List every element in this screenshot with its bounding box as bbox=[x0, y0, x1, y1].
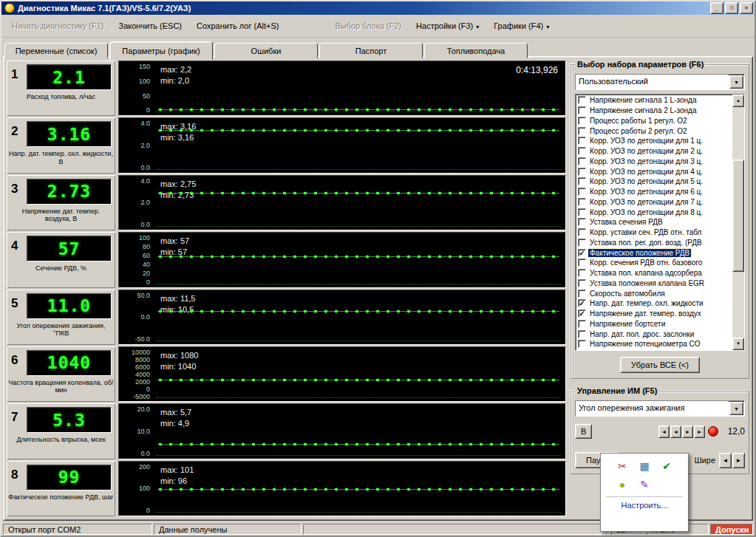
parameter-list-item[interactable]: Корр. УОЗ по детонации для 3 ц. bbox=[576, 157, 732, 167]
menu-start-diagnostics[interactable]: Начать диагностику (F1) bbox=[4, 19, 111, 33]
checkbox[interactable] bbox=[578, 259, 586, 267]
checkbox[interactable] bbox=[578, 340, 586, 348]
checkbox[interactable] bbox=[578, 290, 586, 298]
combo-dropdown-button[interactable]: ▼ bbox=[729, 75, 743, 89]
close-button[interactable]: ✕ bbox=[740, 2, 753, 14]
tab-fuel-supply[interactable]: Топливоподача bbox=[424, 43, 528, 58]
checkbox[interactable] bbox=[578, 137, 586, 145]
cut-icon[interactable]: ✂ bbox=[618, 460, 627, 472]
checkbox[interactable]: ✓ bbox=[578, 249, 586, 257]
window-title: Диагностика Микас 7.1(ГАЗ)/VS-5.6/7.2(УА… bbox=[18, 4, 709, 13]
decrement-button[interactable]: ◄ bbox=[670, 425, 681, 438]
actuator-combobox[interactable]: Угол опережения зажигания ▼ bbox=[575, 400, 745, 417]
parameter-list-item[interactable]: Корр. УОЗ по детонации для 6 ц. bbox=[576, 187, 732, 197]
decrement-fast-button[interactable]: ◄ bbox=[658, 425, 670, 438]
menu-graphs[interactable]: Графики (F4)▾ bbox=[486, 19, 556, 33]
chevron-down-icon: ▾ bbox=[476, 24, 479, 30]
checkbox[interactable] bbox=[578, 106, 586, 114]
checkbox[interactable] bbox=[578, 127, 586, 135]
scrollbar-thumb[interactable] bbox=[732, 160, 744, 272]
pen-icon[interactable]: ✎ bbox=[640, 479, 649, 490]
parameter-list-item[interactable]: Напряжение сигнала 1 L-зонда bbox=[576, 95, 732, 106]
parameter-list-item[interactable]: ✓ Фактическое положение РДВ bbox=[576, 247, 732, 258]
axis-tick: 0 bbox=[146, 106, 150, 114]
checkbox[interactable] bbox=[578, 117, 586, 125]
checkbox[interactable] bbox=[578, 168, 586, 176]
remove-all-button[interactable]: Убрать ВСЕ (<) bbox=[620, 357, 700, 373]
parameter-list-item[interactable]: Напряжение потенциометра CO bbox=[576, 339, 732, 349]
parameter-list-item[interactable]: Уставка пол. рег. доп. возд. (РДВ bbox=[576, 238, 732, 248]
checkbox[interactable] bbox=[578, 279, 586, 287]
scroll-up-button[interactable]: ▲ bbox=[732, 95, 744, 107]
graph-panel[interactable]: 150100500 max: 2,2 min: 2,0 0:4:13,926 bbox=[118, 61, 566, 116]
checkbox[interactable] bbox=[578, 157, 586, 165]
parameter-list-item[interactable]: ✓ Напр. дат. темпер. охл. жидкости bbox=[576, 298, 732, 309]
tab-variables-list[interactable]: Переменные (список) bbox=[4, 43, 108, 58]
parameter-list-item[interactable]: Корр. УОЗ по детонации для 2 ц. bbox=[576, 146, 732, 157]
parameter-list-item[interactable]: ✓ Напряжение дат. темпер. воздух bbox=[576, 309, 732, 319]
graph-panel[interactable]: 50.00.0-50.0 max: 11,5 min: 10,5 bbox=[118, 290, 566, 345]
minimize-button[interactable]: _ bbox=[710, 2, 723, 14]
parameter-list-item[interactable]: Уставка положения клапана EGR bbox=[576, 278, 732, 289]
parameter-list-item[interactable]: Напряжение бортсети bbox=[576, 319, 732, 329]
checkbox[interactable] bbox=[578, 228, 586, 236]
scroll-down-button[interactable]: ▼ bbox=[732, 338, 744, 350]
parameter-list-item[interactable]: Процесс работы 2 регул. O2 bbox=[576, 126, 732, 136]
parameter-list-item[interactable]: Скорость автомобиля bbox=[576, 288, 732, 298]
parameter-list-item[interactable]: Напряжение сигнала 2 L-зонда bbox=[576, 106, 732, 116]
checkbox[interactable] bbox=[578, 330, 586, 338]
checkbox[interactable] bbox=[578, 177, 586, 185]
menu-save-log[interactable]: Сохранить лог (Alt+S) bbox=[189, 19, 286, 33]
table-icon[interactable]: ▦ bbox=[639, 460, 649, 472]
maximize-button[interactable]: ❐ bbox=[725, 2, 738, 14]
record-icon[interactable] bbox=[708, 426, 718, 437]
check-save-icon[interactable]: ✔ bbox=[662, 460, 671, 472]
checkbox[interactable] bbox=[578, 147, 586, 155]
checkbox[interactable] bbox=[578, 218, 586, 226]
preset-combobox[interactable]: Пользовательский ▼ bbox=[575, 74, 745, 90]
checkbox[interactable]: ✓ bbox=[578, 309, 586, 318]
checkbox[interactable] bbox=[578, 198, 586, 206]
checkbox[interactable] bbox=[578, 269, 586, 277]
menu-settings[interactable]: Настройки (F3)▾ bbox=[409, 19, 486, 33]
graph-panel[interactable]: 100806040200 max: 57 min: 57 bbox=[118, 232, 566, 287]
parameter-list-item[interactable]: Корр. сечения РДВ отн. базового bbox=[576, 258, 732, 268]
checkbox[interactable] bbox=[578, 320, 586, 328]
checkbox[interactable] bbox=[578, 239, 586, 247]
narrower-button[interactable]: ◄ bbox=[719, 453, 732, 468]
configure-menu-item[interactable]: Настроить... bbox=[604, 499, 685, 511]
tab-errors[interactable]: Ошибки bbox=[214, 43, 318, 58]
parameter-list-item[interactable]: Корр. УОЗ по детонации для 1 ц. bbox=[576, 136, 732, 146]
graph-panel[interactable]: 4.02.00.0 max: 2,75 min: 2,73 bbox=[118, 175, 566, 230]
graph-panel[interactable]: 20.010.00.0 max: 5,7 min: 4,9 bbox=[118, 403, 566, 459]
parameter-list-item[interactable]: Корр. УОЗ по детонации для 7 ц. bbox=[576, 197, 732, 208]
increment-fast-button[interactable]: ► bbox=[694, 425, 705, 438]
checkbox[interactable] bbox=[578, 188, 586, 196]
scrollbar[interactable]: ▲ ▼ bbox=[732, 95, 744, 350]
combo-dropdown-button[interactable]: ▼ bbox=[729, 402, 743, 415]
tab-parameters-graph[interactable]: Параметры (график) bbox=[109, 41, 213, 60]
increment-button[interactable]: ► bbox=[682, 425, 693, 438]
checkbox[interactable] bbox=[578, 208, 586, 216]
checkbox[interactable]: ✓ bbox=[578, 299, 586, 307]
parameter-list-item[interactable]: Напр. дат. пол. дрос. заслонки bbox=[576, 329, 732, 339]
parameter-list-item[interactable]: Уставка пол. клапана адсорбера bbox=[576, 268, 732, 278]
axis-baseline bbox=[156, 226, 561, 227]
tab-passport[interactable]: Паспорт bbox=[319, 43, 423, 58]
menu-finish[interactable]: Закончить (ESC) bbox=[111, 19, 189, 33]
parameter-list-item[interactable]: Уставка сечения РДВ bbox=[576, 217, 732, 228]
parameter-list-item[interactable]: Корр. уставки сеч. РДВ отн. табл bbox=[576, 228, 732, 238]
wider-button[interactable]: ► bbox=[732, 453, 745, 468]
graph-panel[interactable]: 2001000 max: 101 min: 96 bbox=[118, 461, 566, 516]
parameter-list-item[interactable]: Корр. УОЗ по детонации для 4 ц. bbox=[576, 166, 732, 177]
enable-button[interactable]: В bbox=[575, 424, 592, 439]
graph-panel[interactable]: 1000080006000400020000-5000 max: 1080 mi… bbox=[118, 346, 566, 402]
checkbox[interactable] bbox=[578, 96, 586, 104]
menu-select-block[interactable]: Выбор блока (F2) bbox=[327, 19, 409, 33]
parameter-name: Корр. УОЗ по детонации для 8 ц. bbox=[588, 208, 704, 216]
parameter-list-item[interactable]: Процесс работы 1 регул. O2 bbox=[576, 116, 732, 126]
parameter-list-item[interactable]: Корр. УОЗ по детонации для 5 ц. bbox=[576, 177, 732, 187]
ball-icon[interactable]: ● bbox=[619, 479, 625, 490]
graph-panel[interactable]: 4.02.00.0 max: 3,16 min: 3,16 bbox=[118, 117, 566, 173]
parameter-list-item[interactable]: Корр. УОЗ по детонации для 8 ц. bbox=[576, 207, 732, 217]
